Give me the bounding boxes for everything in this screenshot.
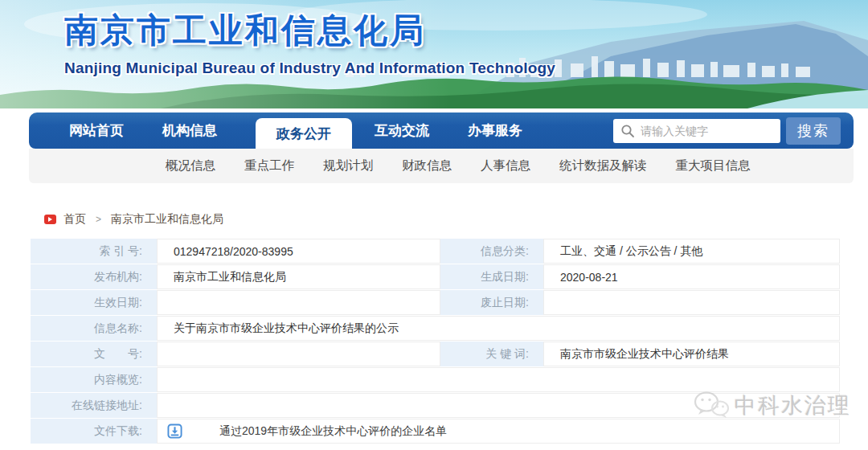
nav-item-interaction[interactable]: 互动交流 xyxy=(375,121,429,140)
summary-label: 内容概览: xyxy=(31,367,157,392)
keywords-value: 南京市市级企业技术中心评价结果 xyxy=(543,342,840,366)
effective-date-label: 生效日期: xyxy=(31,290,157,315)
search-area: 搜索 xyxy=(613,112,841,149)
expiry-date-value xyxy=(543,290,840,315)
table-row: 信息名称: 关于南京市市级企业技术中心评价结果的公示 xyxy=(31,316,840,341)
table-row: 文 号: 关 键 词: 南京市市级企业技术中心评价结果 xyxy=(31,342,840,366)
file-download-label: 文件下载: xyxy=(31,419,157,444)
nav-item-home[interactable]: 网站首页 xyxy=(69,121,124,140)
generate-date-value: 2020-08-21 xyxy=(543,264,840,289)
sub-navbar: 概况信息 重点工作 规划计划 财政信息 人事信息 统计数据及解读 重大项目信息 xyxy=(29,149,854,183)
download-icon[interactable] xyxy=(167,423,182,439)
breadcrumb: 首页 > 南京市工业和信息化局 xyxy=(44,212,223,227)
site-title-english: Nanjing Municipal Bureau of Industry And… xyxy=(64,59,555,77)
keywords-label: 关 键 词: xyxy=(440,342,543,366)
index-number-label: 索 引 号: xyxy=(31,239,157,264)
online-link-label: 在线链接地址: xyxy=(31,393,157,418)
site-title: 南京市工业和信息化局 xyxy=(64,8,426,53)
generate-date-label: 生成日期: xyxy=(440,264,543,289)
online-link-value xyxy=(157,393,840,418)
info-name-value: 关于南京市市级企业技术中心评价结果的公示 xyxy=(157,316,840,341)
nav-item-gov-disclosure-active[interactable]: 政务公开 xyxy=(256,118,352,149)
subnav-item-statistics[interactable]: 统计数据及解读 xyxy=(559,158,647,174)
subnav-item-finance[interactable]: 财政信息 xyxy=(402,158,452,174)
issuer-label: 发布机构: xyxy=(31,264,157,289)
file-download-cell: 通过2019年市级企业技术中心评价的企业名单 xyxy=(157,419,840,444)
subnav-item-overview[interactable]: 概况信息 xyxy=(166,158,215,174)
effective-date-value xyxy=(157,290,440,315)
search-button[interactable]: 搜索 xyxy=(786,117,841,145)
header-banner: 南京市工业和信息化局 Nanjing Municipal Bureau of I… xyxy=(0,0,868,108)
breadcrumb-separator: > xyxy=(96,214,101,225)
main-navbar: 网站首页 机构信息 政务公开 互动交流 办事服务 搜索 xyxy=(29,112,854,149)
search-input[interactable] xyxy=(613,119,780,143)
table-row: 内容概览: xyxy=(31,367,840,392)
info-name-label: 信息名称: xyxy=(31,316,157,341)
nav-item-services[interactable]: 办事服务 xyxy=(468,121,522,140)
table-row: 索 引 号: 012947218/2020-83995 信息分类: 工业、交通 … xyxy=(31,239,840,264)
search-box xyxy=(613,119,780,143)
expiry-date-label: 废止日期: xyxy=(440,290,543,315)
category-value: 工业、交通 / 公示公告 / 其他 xyxy=(543,239,840,264)
index-number-value: 012947218/2020-83995 xyxy=(157,239,440,264)
subnav-item-key-work[interactable]: 重点工作 xyxy=(244,158,294,174)
table-row: 生效日期: 废止日期: xyxy=(31,290,840,315)
search-icon xyxy=(620,124,635,138)
subnav-item-planning[interactable]: 规划计划 xyxy=(323,158,373,174)
doc-number-label: 文 号: xyxy=(31,342,157,366)
nav-items: 网站首页 机构信息 政务公开 互动交流 办事服务 xyxy=(29,112,561,149)
breadcrumb-current: 南京市工业和信息化局 xyxy=(111,212,223,227)
subnav-item-personnel[interactable]: 人事信息 xyxy=(481,158,530,174)
table-row: 发布机构: 南京市工业和信息化局 生成日期: 2020-08-21 xyxy=(31,264,840,289)
subnav-item-major-projects[interactable]: 重大项目信息 xyxy=(676,158,751,174)
category-label: 信息分类: xyxy=(440,239,543,264)
doc-number-value xyxy=(157,342,440,366)
document-info-table: 索 引 号: 012947218/2020-83995 信息分类: 工业、交通 … xyxy=(31,239,840,444)
table-row: 在线链接地址: xyxy=(31,393,840,418)
summary-value xyxy=(157,367,840,392)
breadcrumb-home-link[interactable]: 首页 xyxy=(63,212,86,227)
issuer-value: 南京市工业和信息化局 xyxy=(157,264,440,289)
nav-item-org-info[interactable]: 机构信息 xyxy=(162,121,217,140)
download-file-link[interactable]: 通过2019年市级企业技术中心评价的企业名单 xyxy=(219,424,447,439)
home-icon xyxy=(44,215,56,224)
table-row: 文件下载: 通过2019年市级企业技术中心评价的企业名单 xyxy=(31,419,840,444)
